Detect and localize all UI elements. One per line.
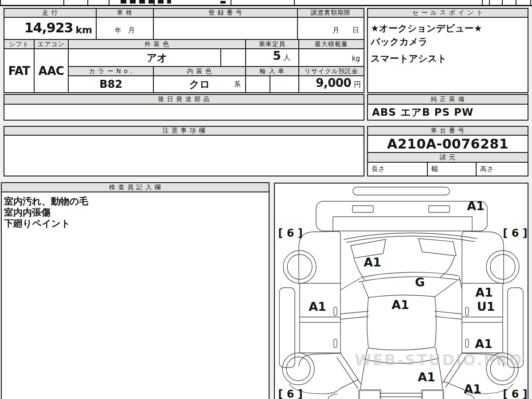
door-handle bbox=[466, 339, 469, 348]
inspector-note-line: 室内汚れ、動物の毛 bbox=[4, 196, 88, 207]
cell-divider bbox=[270, 76, 270, 92]
registration-header: 登 録 番 号 bbox=[153, 8, 298, 18]
interior-color-header: 内 装 色 bbox=[153, 66, 246, 76]
aircon-value: AAC bbox=[34, 48, 69, 93]
left-doors bbox=[300, 283, 340, 353]
inspector-notes-header: 検 査 員 記 入 欄 bbox=[1, 182, 270, 192]
sales-point-line: バックカメラ bbox=[371, 35, 482, 48]
inspection-value: 年 月 bbox=[96, 17, 154, 40]
damage-code-front-left-door: A1 bbox=[309, 300, 326, 313]
spec-height-cell: 高さ bbox=[476, 162, 528, 176]
wheel-front-right bbox=[486, 250, 519, 283]
damage-code-rear-right-door: A1 bbox=[475, 337, 493, 351]
damage-code-front-right-fender: A1 bbox=[475, 286, 493, 299]
shift-value: FAT bbox=[4, 48, 35, 93]
wheel-rear-left bbox=[282, 353, 314, 385]
genuine-equipment-header: 純 正 装 備 bbox=[367, 94, 528, 105]
interior-color-value: クロ 系 bbox=[153, 75, 246, 93]
later-parts-header: 後 日 発 送 部 品 bbox=[4, 94, 364, 105]
tire-mark-front-right: [ 6 ] bbox=[503, 227, 527, 239]
inspection-header: 車 検 bbox=[96, 8, 154, 18]
front-bumper bbox=[316, 201, 487, 231]
aircon-header: エアコン bbox=[34, 39, 69, 49]
clipped-text-fragment bbox=[220, 1, 226, 4]
specs-header: 諸 元 bbox=[367, 152, 528, 163]
clipped-header-row bbox=[0, 0, 532, 6]
damage-code-hood: A1 bbox=[364, 255, 381, 269]
seating-capacity-header: 乗車定員 bbox=[245, 39, 299, 49]
shift-header: シフト bbox=[4, 39, 35, 49]
damage-code-front-right-door: U1 bbox=[477, 300, 495, 313]
sales-points-body: ★オークションデビュー★ バックカメラ スマートアシスト bbox=[367, 17, 528, 93]
seating-capacity-value: 5人 bbox=[245, 48, 299, 67]
chassis-no-header: 車 台 番 号 bbox=[367, 126, 528, 136]
damage-code-rear-gate: A1 bbox=[418, 370, 435, 384]
damage-code-front-bumper: A1 bbox=[467, 199, 485, 213]
clipped-text-fragment bbox=[121, 0, 171, 4]
later-parts-value bbox=[4, 104, 364, 121]
exterior-color-value: アオ bbox=[68, 48, 246, 67]
sales-point-line: ★オークションデビュー★ bbox=[371, 22, 482, 35]
mileage-value: 14,923km bbox=[4, 17, 97, 40]
max-load-header: 最大積載量 bbox=[298, 39, 364, 49]
headlight-right bbox=[419, 239, 456, 256]
damage-code-windshield: G bbox=[415, 275, 425, 289]
tire-mark-rear-right: [ 6 ] bbox=[503, 388, 527, 399]
recycle-deposit-value: 9,000円 bbox=[298, 75, 364, 93]
front-lip bbox=[353, 187, 450, 195]
watermark: WEB-STUDIO.PRO bbox=[355, 351, 532, 369]
mileage-header: 走 行 bbox=[4, 8, 97, 18]
spec-length-cell: 長さ bbox=[367, 162, 429, 176]
inspector-note-line: 室内内張傷 bbox=[4, 207, 88, 218]
cautions-header: 注 意 事 項 欄 bbox=[4, 126, 364, 136]
damage-code-rear-right-quarter: A1 bbox=[464, 382, 481, 396]
inspector-notes-body: 室内汚れ、動物の毛 室内内張傷 下廻りペイント bbox=[1, 192, 270, 399]
transfer-deadline-value: 月 日 bbox=[297, 17, 364, 40]
sales-points-header: セ ー ル ス ポ イ ン ト bbox=[367, 8, 528, 18]
registration-value bbox=[153, 17, 298, 40]
cautions-body bbox=[4, 135, 364, 176]
cell-divider bbox=[220, 49, 221, 66]
door-handle bbox=[334, 307, 337, 316]
left-sill bbox=[279, 288, 295, 368]
tire-mark-front-left: [ 6 ] bbox=[278, 227, 302, 239]
color-no-header: カ ラ ー N o . bbox=[68, 66, 154, 76]
genuine-equipment-value: ABS エアB PS PW bbox=[367, 104, 528, 121]
exterior-color-header: 外 装 色 bbox=[68, 39, 246, 49]
color-no-value: B82 bbox=[68, 75, 154, 93]
imported-header: 輸 入 車 bbox=[245, 66, 299, 76]
door-handle bbox=[334, 339, 337, 348]
auction-sheet: 走 行 車 検 登 録 番 号 譲渡書類期限 14,923km 年 月 月 日 … bbox=[0, 0, 532, 399]
chassis-no-value: A210A-0076281 bbox=[367, 135, 528, 153]
recycle-deposit-header: リサイクル預託金 bbox=[298, 66, 364, 76]
damage-code-roof: A1 bbox=[391, 298, 409, 312]
spec-width-cell: 幅 bbox=[427, 162, 477, 176]
sales-point-line: スマートアシスト bbox=[371, 52, 482, 65]
wheel-front-left bbox=[283, 250, 316, 283]
transfer-deadline-header: 譲渡書類期限 bbox=[297, 8, 364, 18]
imported-value bbox=[245, 75, 299, 93]
inspector-note-line: 下廻りペイント bbox=[4, 218, 88, 229]
door-handle bbox=[466, 307, 469, 316]
max-load-value: kg bbox=[298, 48, 364, 67]
tire-mark-rear-left: [ 6 ] bbox=[278, 388, 302, 399]
